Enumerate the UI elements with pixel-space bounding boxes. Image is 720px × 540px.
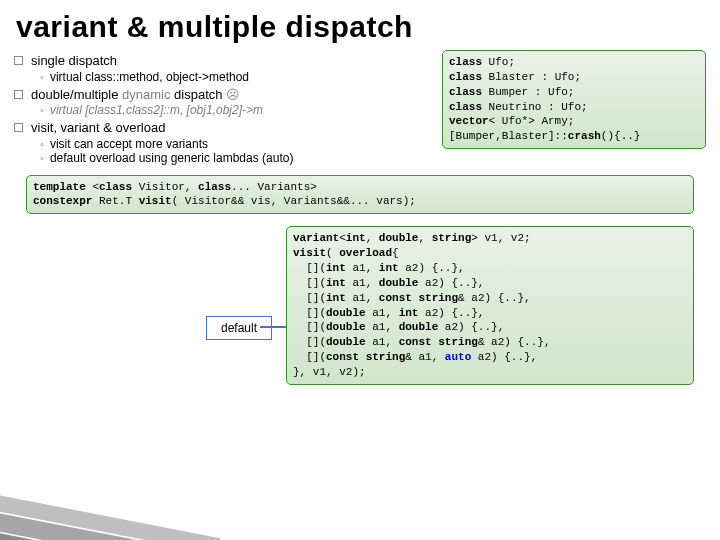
bullet-2-text: double/multiple dynamic dispatch ☹ xyxy=(31,86,240,104)
b2-pre: double/multiple xyxy=(31,87,122,102)
square-bullet-icon xyxy=(14,56,23,65)
bullet-2: double/multiple dynamic dispatch ☹ xyxy=(14,86,432,104)
bullet-2-sub-text: virtual [class1,class2]::m, [obj1,obj2]-… xyxy=(50,103,263,117)
bullet-1-sub-text: virtual class::method, object->method xyxy=(50,70,249,84)
square-bullet-icon xyxy=(14,90,23,99)
bullet-3-sub1-text: visit can accept more variants xyxy=(50,137,208,151)
default-callout: default xyxy=(206,316,272,340)
bullet-1: single dispatch xyxy=(14,52,432,70)
square-bullet-icon xyxy=(14,123,23,132)
decorative-wedge xyxy=(0,470,220,540)
code-box-classes: class Ufo; class Blaster : Ufo; class Bu… xyxy=(442,50,706,149)
bullet-1-sub: virtual class::method, object->method xyxy=(40,70,432,84)
content-area: single dispatch virtual class::method, o… xyxy=(0,50,720,214)
bullet-3-text: visit, variant & overload xyxy=(31,119,165,137)
bullet-2-sub: virtual [class1,class2]::m, [obj1,obj2]-… xyxy=(40,103,432,117)
code-box-visit-decl: template <class Visitor, class... Varian… xyxy=(26,175,694,215)
b2-grey: dynamic xyxy=(122,87,170,102)
bullet-3-sub1: visit can accept more variants xyxy=(40,137,432,151)
top-row: single dispatch virtual class::method, o… xyxy=(14,50,706,165)
bullet-1-text: single dispatch xyxy=(31,52,117,70)
bullet-3-sub2: default overload using generic lambdas (… xyxy=(40,151,432,165)
slide-title: variant & multiple dispatch xyxy=(0,0,720,50)
sad-face-icon: ☹ xyxy=(226,87,240,102)
b2-post: dispatch xyxy=(170,87,226,102)
bullet-3-sub2-text: default overload using generic lambdas (… xyxy=(50,151,293,165)
code-box-overload: variant<int, double, string> v1, v2; vis… xyxy=(286,226,694,384)
bullet-list: single dispatch virtual class::method, o… xyxy=(14,50,432,165)
bullet-3: visit, variant & overload xyxy=(14,119,432,137)
